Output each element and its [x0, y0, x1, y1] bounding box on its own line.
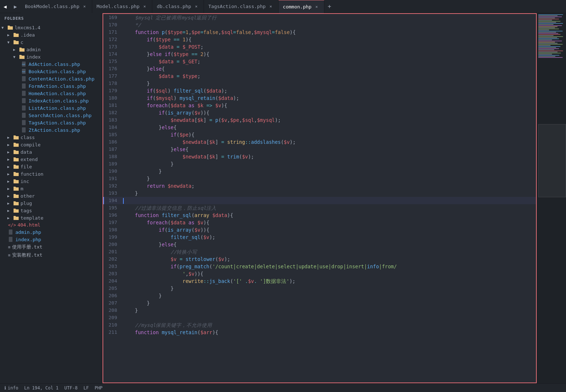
- folder-closed-icon: [13, 171, 19, 177]
- sidebar-file-bookaction[interactable]: PHP BookAction.class.php: [0, 68, 102, 75]
- code-line-210: 210 //mysql保留关键字，不允许使用: [103, 321, 536, 329]
- line-content: }: [122, 175, 536, 182]
- sidebar-item-index[interactable]: ▼ index: [0, 53, 102, 60]
- code-line-176: 176 }else{: [103, 65, 536, 72]
- arrow-icon: ▶: [7, 179, 13, 183]
- svg-rect-6: [22, 91, 26, 96]
- sidebar-item-extend[interactable]: ▶ extend: [0, 156, 102, 163]
- sidebar-item-template[interactable]: ▶ template: [0, 214, 102, 221]
- sidebar-item-data[interactable]: ▶ data: [0, 148, 102, 156]
- tab-close-model[interactable]: ✕: [142, 4, 148, 10]
- line-content: if(is_array($v)){: [122, 226, 536, 234]
- tab-add-button[interactable]: +: [324, 0, 335, 13]
- sidebar-file-ztaction[interactable]: ZtAction.class.php: [0, 126, 102, 134]
- line-content: if($pe){: [122, 131, 536, 138]
- line-number: 210: [103, 321, 122, 329]
- sidebar-item-other[interactable]: ▶ other: [0, 192, 102, 199]
- line-number: 172: [103, 36, 122, 43]
- sidebar-item-function[interactable]: ▶ function: [0, 170, 102, 178]
- php-file-icon: [21, 112, 27, 118]
- tab-db[interactable]: db.class.php ✕: [152, 0, 204, 13]
- sidebar-item-compile[interactable]: ▶ compile: [0, 141, 102, 148]
- sidebar-item-file[interactable]: ▶ file: [0, 163, 102, 170]
- line-number: 193: [103, 190, 122, 197]
- tab-bookmodel[interactable]: BookModel.class.php ✕: [21, 0, 92, 13]
- arrow-icon: ▶: [7, 157, 13, 161]
- sidebar-file-tagsaction[interactable]: TagsAction.class.php: [0, 119, 102, 126]
- line-number: 177: [103, 72, 122, 80]
- sidebar-item-label: c: [21, 40, 23, 45]
- code-line-198: 198 if(is_array($v)){: [103, 226, 536, 234]
- sidebar-item-root[interactable]: ▼ lmxcms1.4: [0, 24, 102, 31]
- sidebar-file-manual[interactable]: ≡ 使用手册.txt: [0, 243, 102, 251]
- tab-close-db[interactable]: ✕: [193, 4, 199, 10]
- line-number: 197: [103, 219, 122, 226]
- tab-close-tagsaction[interactable]: ✕: [268, 4, 274, 10]
- arrow-icon: ▼: [7, 40, 13, 44]
- sidebar-file-formaction[interactable]: FormAction.class.php: [0, 82, 102, 90]
- tab-close-bookmodel[interactable]: ✕: [82, 4, 87, 10]
- code-line-189: 189 }: [103, 160, 536, 168]
- code-line-173: 173 $data = $_POST;: [103, 43, 536, 51]
- svg-rect-5: [22, 83, 26, 89]
- arrow-icon: ▼: [13, 55, 19, 59]
- sidebar-file-listaction[interactable]: ListAction.class.php: [0, 104, 102, 112]
- sidebar-item-inc[interactable]: ▶ inc: [0, 178, 102, 185]
- tab-common[interactable]: common.php ✕: [279, 0, 324, 13]
- line-content: }: [122, 168, 536, 175]
- tab-close-common[interactable]: ✕: [314, 4, 320, 10]
- line-content: if($type == 1){: [122, 36, 536, 43]
- line-content: function p($type=1,$pe=false,$sql=false,…: [122, 29, 536, 36]
- sidebar-item-c[interactable]: ▼ c: [0, 38, 102, 46]
- sidebar-item-plug[interactable]: ▶ plug: [0, 199, 102, 207]
- tab-label: TagsAction.class.php: [208, 4, 266, 9]
- sidebar-file-contentaction[interactable]: ContentAction.class.php: [0, 75, 102, 82]
- folder-closed-icon: [13, 178, 19, 184]
- sidebar-file-searchaction[interactable]: SearchAction.class.php: [0, 112, 102, 119]
- sidebar-file-indexaction[interactable]: IndexAction.class.php: [0, 97, 102, 104]
- tab-next-button[interactable]: ▶: [10, 0, 21, 13]
- sidebar-item-label: compile: [21, 142, 41, 148]
- line-number: 188: [103, 153, 122, 160]
- sidebar-file-admin[interactable]: admin.php: [0, 228, 102, 236]
- line-content: filter_sql($v);: [122, 234, 536, 241]
- line-number: 171: [103, 29, 122, 36]
- line-number: 207: [103, 299, 122, 307]
- tab-tagsaction[interactable]: TagsAction.class.php ✕: [204, 0, 279, 13]
- line-number: 170: [103, 21, 122, 29]
- code-line-190: 190 }: [103, 168, 536, 175]
- line-content: //转换小写: [122, 248, 536, 255]
- line-content: foreach($data as $v){: [122, 219, 536, 226]
- sidebar-file-homeaction[interactable]: HomeAction.class.php: [0, 90, 102, 97]
- status-language[interactable]: PHP: [94, 385, 103, 391]
- tab-model[interactable]: Model.class.php ✕: [92, 0, 152, 13]
- code-editor[interactable]: 169 $mysql 定已被调用mysql返回了行 170 */ 171 fun…: [103, 13, 537, 383]
- line-content: function filter_sql(array $data){: [122, 212, 536, 219]
- folder-open-icon: [7, 25, 13, 30]
- tab-prev-button[interactable]: ◀: [0, 0, 10, 13]
- tab-label: common.php: [283, 4, 312, 10]
- sidebar-file-404[interactable]: </> 404.html: [0, 221, 102, 228]
- line-number: 204: [103, 277, 122, 285]
- sidebar-item-class[interactable]: ▶ class: [0, 134, 102, 141]
- sidebar-item-tags[interactable]: ▶ tags: [0, 207, 102, 214]
- line-number: 198: [103, 226, 122, 234]
- line-content: }else{: [122, 65, 536, 72]
- sidebar-file-index[interactable]: index.php: [0, 236, 102, 243]
- sidebar-item-label: template: [21, 215, 44, 221]
- line-number: 169: [103, 14, 122, 21]
- sidebar-file-adaction[interactable]: PHP AdAction.class.php: [0, 60, 102, 68]
- sidebar-item-label: data: [21, 149, 32, 155]
- php-file-icon: [21, 98, 27, 104]
- sidebar-item-m[interactable]: ▶ m: [0, 185, 102, 192]
- status-info[interactable]: ℹ info: [4, 385, 18, 391]
- line-number: 189: [103, 160, 122, 168]
- line-content: $v = strtolower($v);: [122, 255, 536, 263]
- arrow-icon: ▶: [7, 150, 13, 154]
- sidebar-item-label: index.php: [15, 237, 41, 242]
- sidebar-file-install[interactable]: ≡ 安装教程.txt: [0, 251, 102, 259]
- arrow-icon: ▶: [7, 194, 13, 198]
- position-text: Ln 194, Col 1: [24, 385, 59, 391]
- sidebar-item-idea[interactable]: ▶ .idea: [0, 31, 102, 38]
- sidebar-item-admin[interactable]: ▶ admin: [0, 46, 102, 53]
